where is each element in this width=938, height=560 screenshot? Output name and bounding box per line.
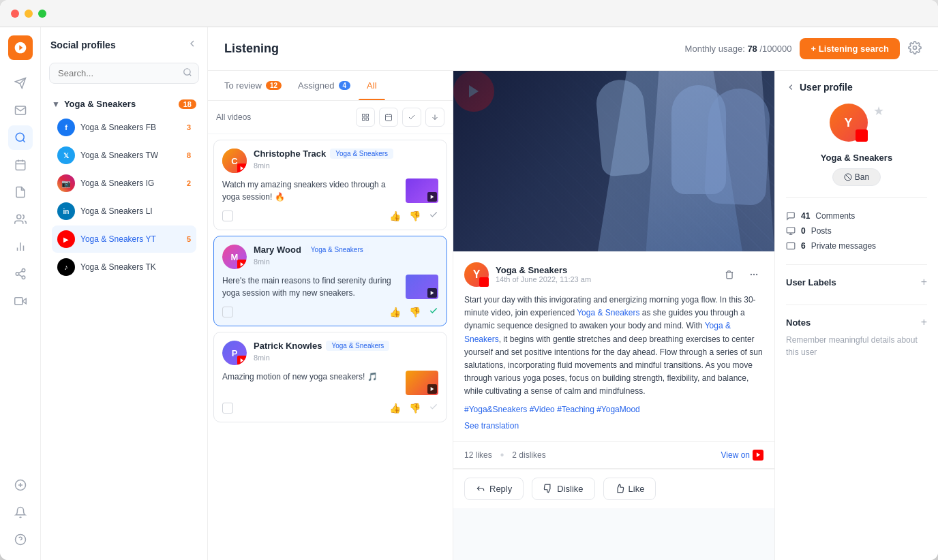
nav-listening-icon[interactable]: [8, 125, 33, 150]
feed-thumbnail-patrick: [406, 371, 438, 395]
video-hashtags: #Yoga&Sneakers #Video #Teaching #YogaMoo…: [464, 403, 763, 416]
dislike-icon-mary[interactable]: 👎: [409, 307, 421, 317]
user-star-icon[interactable]: ★: [873, 104, 884, 119]
svg-marker-40: [241, 358, 244, 362]
like-icon-christophe[interactable]: 👍: [389, 211, 401, 221]
svg-line-16: [18, 271, 22, 273]
notes-title: Notes: [786, 317, 811, 328]
svg-line-15: [18, 275, 22, 277]
add-label-icon[interactable]: +: [921, 276, 927, 288]
like-icon-mary[interactable]: 👍: [389, 307, 401, 317]
feed-checkbox-patrick[interactable]: [222, 403, 233, 414]
feed-item-header-mary: M Mary Wood Yoga & Sneakers: [222, 245, 438, 269]
sidebar-item-tw[interactable]: 𝕏 Yoga & Sneakers TW 8: [52, 142, 196, 169]
filter-icons: [356, 108, 444, 127]
user-yt-badge: [856, 129, 868, 142]
check-icon-patrick[interactable]: [429, 402, 438, 414]
sidebar-item-ig[interactable]: 📷 Yoga & Sneakers IG 2: [52, 170, 196, 197]
group-header[interactable]: ▼ Yoga & Sneakers 18: [49, 95, 199, 113]
sidebar-collapse-icon[interactable]: [187, 38, 198, 52]
svg-line-48: [845, 174, 850, 179]
nav-analytics-icon[interactable]: [8, 234, 33, 259]
view-on-link[interactable]: View on: [721, 450, 763, 461]
usage-label: Monthly usage: 78 /100000: [685, 44, 792, 54]
feed-thumbnail-christophe: [406, 178, 438, 203]
add-note-icon[interactable]: +: [921, 316, 927, 328]
nav-help-icon[interactable]: [8, 527, 33, 552]
settings-icon[interactable]: [908, 41, 922, 57]
dislike-icon-christophe[interactable]: 👎: [409, 211, 421, 221]
nav-team-icon[interactable]: [8, 207, 33, 232]
nav-notifications-icon[interactable]: [8, 500, 33, 525]
svg-rect-18: [14, 298, 22, 305]
tab-to-review[interactable]: To review 12: [216, 71, 290, 100]
tab-all[interactable]: All: [359, 71, 384, 100]
filter-grid-icon[interactable]: [356, 108, 375, 127]
nav-send-icon[interactable]: [8, 71, 33, 95]
video-player[interactable]: [453, 71, 774, 251]
feed-time-christophe: 8min: [254, 161, 270, 170]
dislike-button[interactable]: Dislike: [532, 478, 594, 500]
main-content-area: To review 12 Assigned 4 All All vi: [208, 71, 938, 560]
likes-count: 12 likes: [464, 450, 492, 460]
avatar-patrick: P: [222, 341, 247, 365]
feed-tag-christophe: Yoga & Sneakers: [330, 149, 393, 159]
channel-delete-icon[interactable]: [720, 265, 739, 284]
search-input[interactable]: [49, 63, 199, 84]
filter-check-icon[interactable]: [402, 108, 421, 127]
group-badge: 18: [179, 99, 196, 109]
desc-link-1[interactable]: Yoga & Sneakers: [577, 308, 639, 317]
nav-add-icon[interactable]: [8, 473, 33, 497]
profile-name-tk: Yoga & Sneakers TK: [80, 262, 185, 272]
app-logo[interactable]: [8, 35, 33, 60]
dislike-icon-patrick[interactable]: 👎: [409, 403, 421, 414]
nav-reports-icon[interactable]: [8, 180, 33, 204]
nav-calendar-icon[interactable]: [8, 153, 33, 177]
feed-text-patrick: Amazing motion of new yoga sneakers! 🎵: [222, 371, 438, 395]
nav-social-icon[interactable]: [8, 262, 33, 286]
channel-more-icon[interactable]: [744, 265, 763, 284]
profile-group-yoga-sneakers: ▼ Yoga & Sneakers 18 f Yoga & Sneakers F…: [41, 89, 207, 287]
feed-item-christophe[interactable]: C Christophe Track Yoga & Sneakers: [213, 140, 447, 230]
svg-marker-41: [431, 387, 434, 391]
channel-yt-badge: [479, 277, 489, 287]
sidebar-item-fb[interactable]: f Yoga & Sneakers FB 3: [52, 114, 196, 141]
like-button[interactable]: Like: [603, 478, 656, 500]
close-button[interactable]: [11, 10, 19, 18]
sidebar-item-tk[interactable]: ♪ Yoga & Sneakers TK: [52, 253, 196, 281]
feed-tag-mary: Yoga & Sneakers: [305, 245, 369, 255]
feed-item-mary[interactable]: M Mary Wood Yoga & Sneakers: [213, 236, 447, 326]
svg-rect-28: [366, 114, 369, 117]
nav-video-icon[interactable]: [8, 289, 33, 313]
profile-count-tw: 8: [187, 151, 191, 159]
video-info: Y Yoga & Sneakers 14th of June 2022, 11:…: [453, 251, 774, 442]
feed-checkbox-mary[interactable]: [222, 307, 233, 317]
hashtag-4: #YogaMood: [596, 405, 640, 414]
sidebar-item-li[interactable]: in Yoga & Sneakers LI: [52, 198, 196, 225]
filter-sort-icon[interactable]: [425, 108, 444, 127]
ban-button[interactable]: Ban: [832, 168, 881, 186]
listening-search-button[interactable]: + Listening search: [800, 38, 900, 59]
minimize-button[interactable]: [25, 10, 33, 18]
feed-time-mary: 8min: [254, 258, 270, 266]
maximize-button[interactable]: [38, 10, 46, 18]
desc-link-2[interactable]: Yoga & Sneakers: [464, 321, 731, 343]
check-icon-christophe[interactable]: [429, 210, 438, 221]
messages-count: 6: [801, 241, 806, 251]
svg-marker-46: [756, 452, 759, 457]
profile-count-ig: 2: [187, 179, 191, 187]
back-to-profile[interactable]: User profile: [786, 82, 927, 93]
feed-checkbox-christophe[interactable]: [222, 211, 233, 221]
see-translation-link[interactable]: See translation: [464, 421, 763, 431]
app-body: Social profiles ▼ Yoga & Sneakers 18: [0, 27, 938, 560]
sidebar-item-yt[interactable]: ▶ Yoga & Sneakers YT 5: [52, 225, 196, 253]
filter-calendar-icon[interactable]: [379, 108, 398, 127]
nav-inbox-icon[interactable]: [8, 98, 33, 123]
check-icon-mary[interactable]: [429, 306, 438, 317]
feed-panel: To review 12 Assigned 4 All All vi: [208, 71, 453, 560]
like-icon-patrick[interactable]: 👍: [389, 403, 401, 414]
reply-button[interactable]: Reply: [464, 478, 524, 500]
tab-assigned[interactable]: Assigned 4: [290, 71, 359, 100]
feed-item-patrick[interactable]: P Patrick Knowles Yoga & Sneakers: [213, 332, 447, 422]
stats-section: 41 Comments 0 Posts 6 Private messages: [786, 208, 927, 265]
